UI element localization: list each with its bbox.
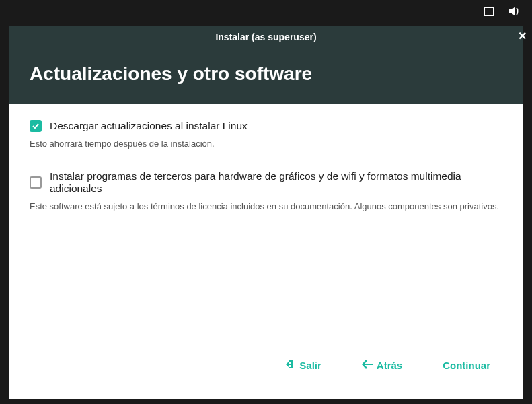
option-third-party: Instalar programas de terceros para hard… — [30, 170, 502, 211]
back-label: Atrás — [377, 360, 402, 371]
continue-label: Continuar — [443, 360, 490, 371]
option-description: Esto ahorrará tiempo después de la insta… — [30, 139, 502, 149]
exit-icon — [284, 359, 295, 372]
window-title: Instalar (as superuser) — [215, 32, 316, 42]
window-title-bar: Instalar (as superuser) ✕ — [9, 26, 523, 48]
option-label[interactable]: Descargar actualizaciones al instalar Li… — [50, 120, 248, 132]
close-icon[interactable]: ✕ — [518, 30, 527, 42]
quit-button[interactable]: Salir — [284, 359, 321, 372]
option-label[interactable]: Instalar programas de terceros para hard… — [50, 170, 502, 195]
installer-content: Descargar actualizaciones al instalar Li… — [9, 104, 523, 399]
window-restore-icon[interactable] — [484, 7, 494, 19]
quit-label: Salir — [299, 360, 321, 371]
svg-rect-0 — [484, 7, 494, 15]
continue-button[interactable]: Continuar — [443, 360, 490, 371]
checkbox-third-party[interactable] — [30, 176, 42, 189]
system-top-bar — [0, 0, 532, 26]
bottom-strip — [9, 399, 523, 404]
volume-icon[interactable] — [508, 6, 520, 20]
back-button[interactable]: Atrás — [362, 360, 402, 371]
option-description: Este software está sujeto a los términos… — [30, 201, 502, 211]
arrow-left-icon — [362, 360, 373, 371]
option-download-updates: Descargar actualizaciones al instalar Li… — [30, 120, 502, 149]
footer-nav: Salir Atrás Continuar — [30, 352, 502, 382]
page-title: Actualizaciones y otro software — [9, 48, 523, 104]
checkbox-download-updates[interactable] — [30, 120, 42, 132]
